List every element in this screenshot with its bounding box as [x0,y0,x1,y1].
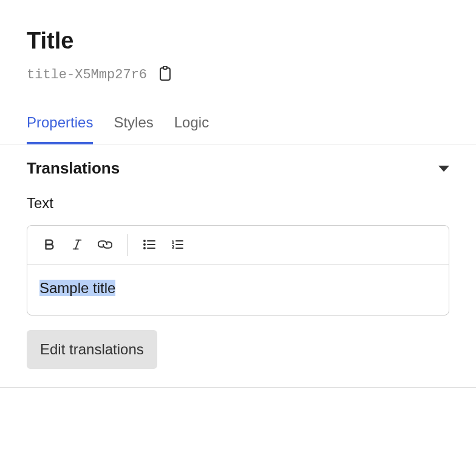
section-divider [0,387,476,388]
numbered-list-button[interactable] [165,233,189,257]
toolbar-separator [127,234,127,256]
rich-text-editor: Sample title [27,225,449,316]
svg-point-7 [144,240,145,241]
translations-section-title: Translations [27,159,120,178]
editor-toolbar [27,226,449,265]
italic-icon [70,238,84,253]
numbered-list-icon [170,237,185,254]
bold-button[interactable] [37,233,61,257]
tab-properties[interactable]: Properties [27,114,93,144]
copy-id-button[interactable] [158,66,172,84]
svg-line-3 [75,240,79,249]
text-field-label: Text [27,195,449,212]
bold-icon [42,238,56,253]
link-icon [98,237,112,254]
editor-text-content: Sample title [39,280,115,296]
tab-styles[interactable]: Styles [114,114,153,144]
translations-section-header[interactable]: Translations [27,159,449,195]
page-title: Title [27,28,449,54]
link-button[interactable] [93,233,117,257]
tabs: Properties Styles Logic [0,114,476,144]
bullet-list-icon [142,237,157,254]
edit-translations-button[interactable]: Edit translations [27,330,157,369]
component-id-row: title-X5Mmp27r6 [27,66,449,84]
svg-point-8 [144,244,145,245]
italic-button[interactable] [65,233,89,257]
caret-down-icon [438,166,449,172]
editor-content-area[interactable]: Sample title [27,265,449,315]
component-id-text: title-X5Mmp27r6 [27,67,147,83]
tab-logic[interactable]: Logic [174,114,209,144]
clipboard-icon [158,66,172,84]
svg-point-9 [144,248,145,249]
bullet-list-button[interactable] [137,233,162,257]
